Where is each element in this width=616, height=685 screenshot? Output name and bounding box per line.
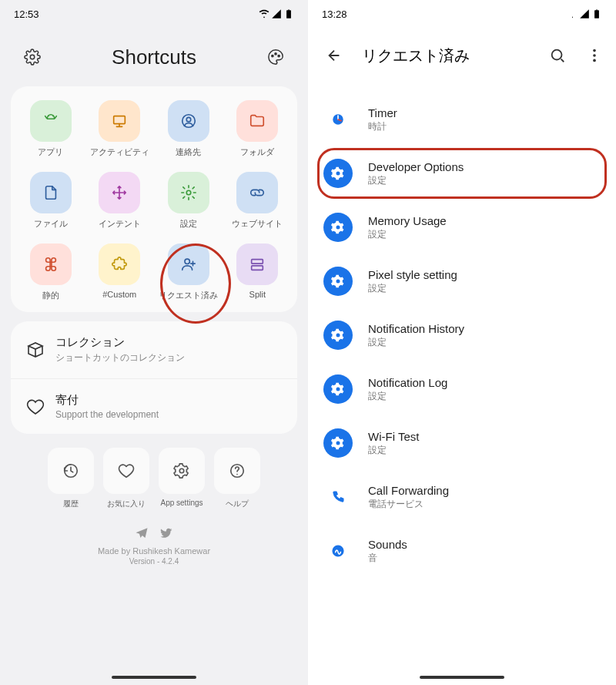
grid-item-person-plus[interactable]: リクエスト済み	[156, 243, 221, 301]
setting-row[interactable]: Pixel style setting設定	[308, 254, 616, 308]
grid-item-move[interactable]: インテント	[88, 172, 152, 230]
svg-point-24	[336, 442, 340, 445]
svg-rect-10	[252, 266, 263, 270]
setting-title: Developer Options	[368, 160, 464, 173]
grid-item-file[interactable]: ファイル	[18, 172, 83, 230]
status-time: 12:53	[14, 8, 39, 20]
grid-item-android[interactable]: アプリ	[18, 100, 83, 158]
setting-row[interactable]: Wi-Fi Test設定	[308, 416, 616, 470]
setting-subtitle: 設定	[368, 390, 447, 403]
setting-title: Memory Usage	[368, 214, 447, 227]
svg-point-0	[30, 55, 35, 59]
gear-icon	[168, 172, 209, 213]
shortcut-grid-card: アプリアクティビティ連絡先フォルダファイルインテント設定ウェブサイト静的#Cus…	[11, 86, 297, 312]
footer: Made by Rushikesh Kamewar Version - 4.2.…	[0, 526, 308, 566]
navigation-handle[interactable]	[112, 676, 196, 679]
setting-row[interactable]: Notification History設定	[308, 308, 616, 362]
list-title: コレクション	[55, 335, 185, 350]
battery-icon	[283, 8, 294, 19]
list-row[interactable]: コレクションショートカットのコレクション	[11, 321, 297, 378]
grid-item-command[interactable]: 静的	[18, 243, 83, 301]
back-button[interactable]	[320, 42, 348, 69]
list-row[interactable]: 寄付Support the development	[11, 378, 297, 434]
grid-item-link[interactable]: ウェブサイト	[226, 172, 290, 230]
grid-label: 連絡先	[176, 146, 201, 158]
setting-row[interactable]: Sounds音	[308, 524, 616, 578]
bottom-settings2[interactable]: App settings	[159, 448, 205, 509]
more-button[interactable]	[585, 42, 604, 69]
gear-fill-icon	[323, 267, 353, 296]
setting-row[interactable]: Notification Log設定	[308, 362, 616, 416]
header: Shortcuts	[0, 28, 308, 82]
svg-point-23	[336, 388, 340, 391]
bottom-help[interactable]: ヘルプ	[214, 448, 260, 509]
footer-made-by: Made by Rushikesh Kamewar	[0, 546, 308, 556]
grid-label: フォルダ	[240, 146, 274, 158]
grid-item-monitor[interactable]: アクティビティ	[88, 100, 152, 158]
setting-row[interactable]: Developer Options設定	[308, 146, 616, 200]
palette-icon-button[interactable]	[262, 43, 290, 71]
list-title: 寄付	[55, 393, 159, 408]
bottom-label: お気に入り	[107, 499, 146, 509]
setting-row[interactable]: Timer時計	[308, 92, 616, 146]
grid-item-split[interactable]: Split	[226, 243, 290, 301]
gear-fill-icon	[323, 374, 353, 404]
folder-icon	[236, 100, 278, 142]
android-icon	[30, 100, 72, 142]
grid-item-gear[interactable]: 設定	[156, 172, 221, 230]
telegram-icon[interactable]	[135, 526, 149, 540]
grid-item-folder[interactable]: フォルダ	[226, 100, 290, 158]
search-button[interactable]	[544, 42, 571, 69]
setting-title: Notification Log	[368, 376, 447, 389]
twitter-icon[interactable]	[159, 526, 173, 540]
setting-row[interactable]: Call Forwarding電話サービス	[308, 470, 616, 524]
list-subtitle: ショートカットのコレクション	[55, 351, 185, 364]
setting-subtitle: 設定	[368, 228, 447, 241]
file-icon	[30, 172, 72, 213]
gear-fill-icon	[323, 321, 353, 350]
svg-point-12	[179, 468, 184, 473]
settings-icon-button[interactable]	[18, 43, 46, 71]
history-icon	[48, 448, 94, 494]
bottom-label: 履歴	[63, 499, 79, 509]
gear-fill-icon	[323, 159, 353, 188]
heart-icon	[103, 448, 149, 494]
navigation-handle[interactable]	[420, 676, 504, 679]
grid-item-person-circle[interactable]: 連絡先	[156, 100, 221, 158]
bottom-history[interactable]: 履歴	[48, 448, 94, 509]
heart-icon	[26, 398, 45, 416]
person-plus-icon	[168, 243, 209, 285]
grid-label: インテント	[99, 218, 141, 230]
list-subtitle: Support the development	[55, 409, 159, 420]
bottom-nav: 履歴お気に入りApp settingsヘルプ	[0, 448, 308, 509]
svg-point-17	[593, 59, 596, 62]
setting-title: Sounds	[368, 538, 407, 551]
setting-subtitle: 設定	[368, 336, 464, 349]
signal-icon	[579, 8, 590, 19]
palette-icon	[267, 49, 284, 65]
clock-icon	[323, 105, 353, 134]
svg-rect-9	[252, 260, 263, 264]
gear-fill-icon	[323, 213, 353, 242]
setting-title: Pixel style setting	[368, 268, 457, 281]
grid-label: リクエスト済み	[159, 290, 218, 301]
status-bar: 13:28	[308, 0, 616, 28]
grid-label: ウェブサイト	[232, 218, 283, 230]
shortcut-grid: アプリアクティビティ連絡先フォルダファイルインテント設定ウェブサイト静的#Cus…	[18, 100, 290, 301]
grid-label: Split	[249, 290, 266, 299]
bottom-heart[interactable]: お気に入り	[103, 448, 149, 509]
status-bar: 12:53	[0, 0, 308, 28]
page-title: リクエスト済み	[362, 45, 530, 66]
setting-row[interactable]: Memory Usage設定	[308, 200, 616, 254]
setting-title: Notification History	[368, 322, 464, 335]
feature-list: コレクションショートカットのコレクション寄付Support the develo…	[11, 321, 297, 434]
settings-list: Timer時計Developer Options設定Memory Usage設定…	[308, 79, 616, 578]
search-icon	[549, 47, 566, 64]
grid-item-puzzle[interactable]: #Custom	[88, 243, 152, 301]
status-icons	[259, 8, 294, 19]
grid-label: #Custom	[102, 290, 136, 299]
person-circle-icon	[168, 100, 209, 142]
setting-subtitle: 時計	[368, 120, 397, 133]
requested-screen: 13:28 リクエスト済み Timer時計Developer Options設定…	[308, 0, 616, 685]
svg-point-3	[278, 55, 280, 57]
